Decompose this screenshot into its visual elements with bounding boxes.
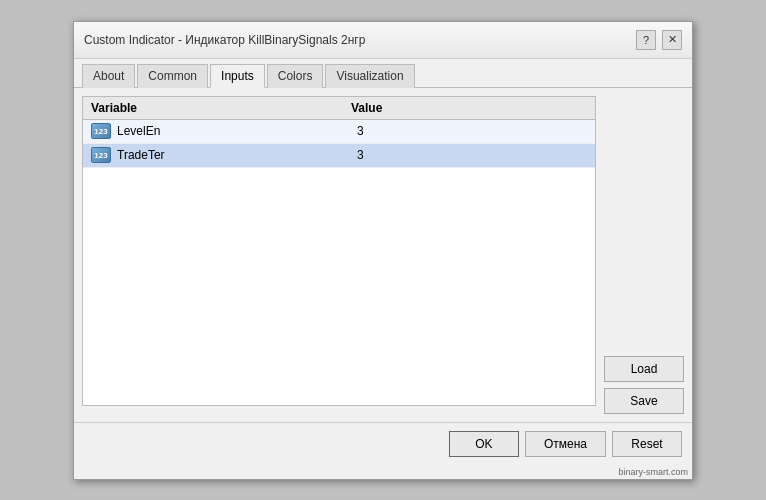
variable-name-2: TradeTer [117, 148, 357, 162]
table-area: Variable Value 123 LevelEn 3 123 TradeTe… [82, 96, 596, 414]
variable-name-1: LevelEn [117, 124, 357, 138]
variable-value-2: 3 [357, 148, 587, 162]
col-header-value: Value [351, 101, 587, 115]
save-button[interactable]: Save [604, 388, 684, 414]
reset-button[interactable]: Reset [612, 431, 682, 457]
col-header-variable: Variable [91, 101, 351, 115]
tab-inputs[interactable]: Inputs [210, 64, 265, 88]
table-header: Variable Value [83, 97, 595, 120]
load-button[interactable]: Load [604, 356, 684, 382]
title-bar: Custom Indicator - Индикатор KillBinaryS… [74, 22, 692, 59]
title-buttons: ? ✕ [636, 30, 682, 50]
close-button[interactable]: ✕ [662, 30, 682, 50]
data-table: Variable Value 123 LevelEn 3 123 TradeTe… [82, 96, 596, 406]
watermark: binary-smart.com [74, 465, 692, 479]
help-button[interactable]: ? [636, 30, 656, 50]
tab-common[interactable]: Common [137, 64, 208, 88]
type-icon-1: 123 [91, 123, 111, 139]
ok-button[interactable]: OK [449, 431, 519, 457]
type-icon-2: 123 [91, 147, 111, 163]
table-row[interactable]: 123 TradeTer 3 [83, 144, 595, 168]
tab-bar: About Common Inputs Colors Visualization [74, 59, 692, 88]
main-area: Variable Value 123 LevelEn 3 123 TradeTe… [82, 96, 684, 414]
side-buttons: Load Save [604, 96, 684, 414]
tab-content: Variable Value 123 LevelEn 3 123 TradeTe… [74, 88, 692, 422]
main-window: Custom Indicator - Индикатор KillBinaryS… [73, 21, 693, 480]
window-title: Custom Indicator - Индикатор KillBinaryS… [84, 33, 365, 47]
tab-colors[interactable]: Colors [267, 64, 324, 88]
variable-value-1: 3 [357, 124, 587, 138]
cancel-button[interactable]: Отмена [525, 431, 606, 457]
table-row[interactable]: 123 LevelEn 3 [83, 120, 595, 144]
tab-visualization[interactable]: Visualization [325, 64, 414, 88]
bottom-bar: OK Отмена Reset [74, 422, 692, 465]
tab-about[interactable]: About [82, 64, 135, 88]
